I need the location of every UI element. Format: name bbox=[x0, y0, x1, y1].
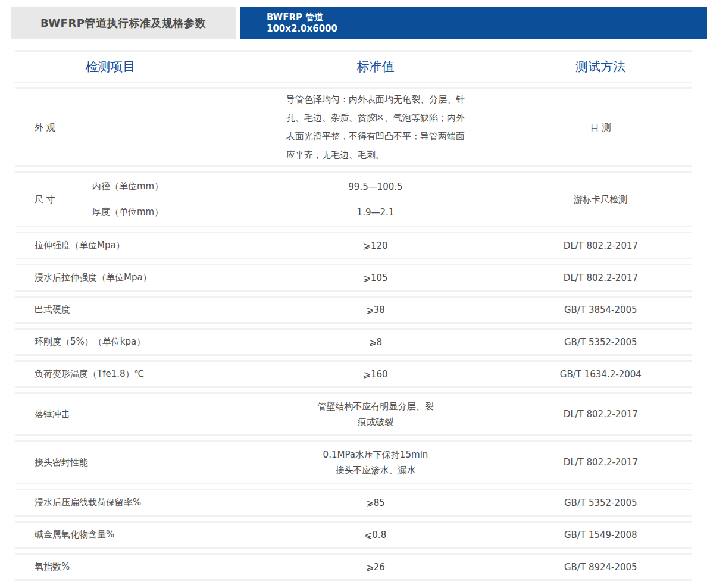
product-name: BWFRP 管道 bbox=[267, 12, 707, 23]
row-item-label: 环刚度（5%）（单位kpa） bbox=[15, 336, 242, 348]
row-item-label: 氧指数% bbox=[15, 561, 242, 573]
size-sub-label-inner-diameter: 内径（单位mm） bbox=[92, 174, 163, 199]
row-item-label: 浸水后拉伸强度（单位Mpa） bbox=[15, 272, 242, 283]
row-item-label: 尺 寸 bbox=[35, 194, 63, 205]
row-test-method: DL/T 802.2-2017 bbox=[509, 240, 692, 251]
size-sub-values: 99.5—100.5 1.9—2.1 bbox=[242, 174, 509, 225]
row-standard-value: ⩾38 bbox=[242, 305, 509, 315]
col-header-standard: 标准值 bbox=[242, 58, 509, 75]
row-test-method: GB/T 1549-2008 bbox=[509, 530, 692, 540]
row-standard-value: 0.1MPa水压下保持15min 接头不应渗水、漏水 bbox=[242, 442, 509, 483]
page-header: BWFRP管道执行标准及规格参数 BWFRP 管道 100x2.0x6000 bbox=[11, 7, 707, 39]
row-item-label: 浸水后压扁线载荷保留率% bbox=[15, 497, 242, 508]
spec-sheet-page: BWFRP管道执行标准及规格参数 BWFRP 管道 100x2.0x6000 检… bbox=[0, 0, 707, 588]
table-row-size: 尺 寸 内径（单位mm） 厚度（单位mm） 99.5—100.5 1.9—2.1… bbox=[15, 171, 692, 227]
row-standard-value: ⩾85 bbox=[242, 498, 509, 508]
row-test-method: GB/T 8924-2005 bbox=[509, 562, 692, 573]
row-item-label: 负荷变形温度（Tfe1.8）℃ bbox=[15, 368, 242, 380]
row-test-method: 游标卡尺检测 bbox=[509, 194, 692, 205]
row-standard-value: ⩾8 bbox=[242, 337, 509, 348]
row-test-method: 目 测 bbox=[509, 122, 692, 133]
row-item-label: 巴式硬度 bbox=[15, 304, 242, 315]
row-standard-value: 导管色泽均匀：内外表面均无龟裂、分层、针 孔、毛边、杂质、贫胶区、气泡等缺陷；内… bbox=[242, 90, 509, 164]
size-sub-labels: 内径（单位mm） 厚度（单位mm） bbox=[92, 174, 163, 225]
table-row-barcol-hardness: 巴式硬度 ⩾38 GB/T 3854-2005 bbox=[15, 296, 692, 324]
row-item-label: 拉伸强度（单位Mpa） bbox=[15, 240, 242, 251]
appearance-paragraph: 导管色泽均匀：内外表面均无龟裂、分层、针 孔、毛边、杂质、贫胶区、气泡等缺陷；内… bbox=[286, 90, 465, 164]
table-row-oxygen-index: 氧指数% ⩾26 GB/T 8924-2005 bbox=[15, 553, 692, 581]
size-value-thickness: 1.9—2.1 bbox=[242, 199, 509, 225]
row-test-method: DL/T 802.2-2017 bbox=[509, 273, 692, 283]
table-row-joint-seal: 接头密封性能 0.1MPa水压下保持15min 接头不应渗水、漏水 DL/T 8… bbox=[15, 440, 692, 484]
product-badge: BWFRP 管道 100x2.0x6000 bbox=[240, 7, 707, 39]
row-item-label: 接头密封性能 bbox=[15, 457, 242, 468]
spec-table: 检测项目 标准值 测试方法 外 观 导管色泽均匀：内外表面均无龟裂、分层、针 孔… bbox=[15, 50, 692, 581]
row-test-method: GB/T 3854-2005 bbox=[509, 305, 692, 315]
table-row-ring-stiffness: 环刚度（5%）（单位kpa） ⩾8 GB/T 5352-2005 bbox=[15, 328, 692, 356]
row-standard-value: ⩾160 bbox=[242, 369, 509, 380]
page-title: BWFRP管道执行标准及规格参数 bbox=[11, 7, 236, 39]
row-test-method: GB/T 1634.2-2004 bbox=[509, 369, 692, 380]
col-header-item: 检测项目 bbox=[15, 58, 242, 75]
row-standard-value: ⩽0.8 bbox=[242, 530, 509, 540]
size-sub-label-thickness: 厚度（单位mm） bbox=[92, 199, 163, 225]
row-item-label: 碱金属氧化物含量% bbox=[15, 529, 242, 540]
row-test-method: DL/T 802.2-2017 bbox=[509, 457, 692, 468]
product-spec: 100x2.0x6000 bbox=[267, 23, 707, 35]
table-row-tensile-after-immersion: 浸水后拉伸强度（单位Mpa） ⩾105 DL/T 802.2-2017 bbox=[15, 264, 692, 292]
row-item-cell: 尺 寸 内径（单位mm） 厚度（单位mm） bbox=[15, 174, 242, 225]
row-test-method: GB/T 5352-2005 bbox=[509, 337, 692, 348]
row-standard-value: ⩾105 bbox=[242, 273, 509, 283]
row-test-method: DL/T 802.2-2017 bbox=[509, 409, 692, 420]
table-row-appearance: 外 观 导管色泽均匀：内外表面均无龟裂、分层、针 孔、毛边、杂质、贫胶区、气泡等… bbox=[15, 87, 692, 167]
row-standard-value: 管壁结构不应有明显分层、裂 痕或破裂 bbox=[242, 394, 509, 434]
col-header-method: 测试方法 bbox=[509, 58, 692, 75]
row-test-method: GB/T 5352-2005 bbox=[509, 498, 692, 508]
table-row-alkali-oxide-content: 碱金属氧化物含量% ⩽0.8 GB/T 1549-2008 bbox=[15, 521, 692, 549]
size-value-inner-diameter: 99.5—100.5 bbox=[242, 174, 509, 199]
table-row-tensile: 拉伸强度（单位Mpa） ⩾120 DL/T 802.2-2017 bbox=[15, 232, 692, 259]
table-row-flatten-load-retention: 浸水后压扁线载荷保留率% ⩾85 GB/T 5352-2005 bbox=[15, 489, 692, 517]
row-standard-value: ⩾120 bbox=[242, 240, 509, 251]
table-row-deflection-temperature: 负荷变形温度（Tfe1.8）℃ ⩾160 GB/T 1634.2-2004 bbox=[15, 360, 692, 388]
table-header-row: 检测项目 标准值 测试方法 bbox=[15, 50, 692, 83]
row-standard-value: ⩾26 bbox=[242, 562, 509, 573]
row-item-label: 外 观 bbox=[15, 122, 242, 133]
row-item-label: 落锤冲击 bbox=[15, 409, 242, 420]
table-row-drop-impact: 落锤冲击 管壁结构不应有明显分层、裂 痕或破裂 DL/T 802.2-2017 bbox=[15, 392, 692, 436]
